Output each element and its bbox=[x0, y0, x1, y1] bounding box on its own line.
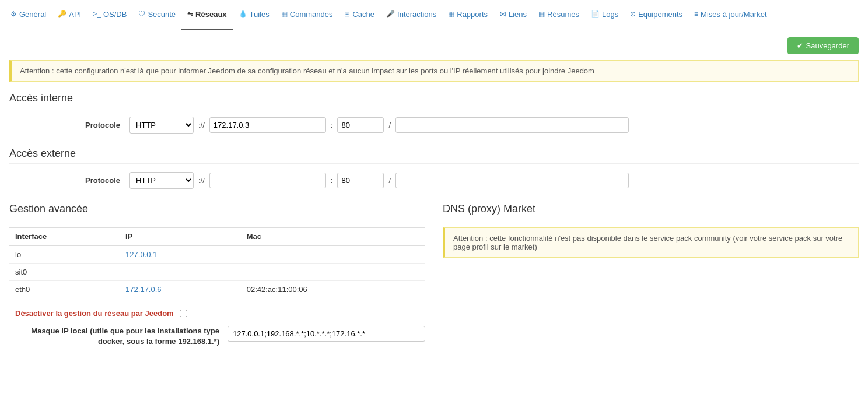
network-table: Interface IP Mac lo 127.0.0.1 sit0 eth0 … bbox=[9, 227, 425, 298]
cell-interface: lo bbox=[9, 245, 120, 264]
protocole-externe-select[interactable]: HTTP HTTPS bbox=[130, 172, 194, 189]
acces-externe-title: Accès externe bbox=[9, 147, 859, 164]
nav-icon-api: 🔑 bbox=[58, 10, 66, 18]
main-alert: Attention : cette configuration n'est là… bbox=[9, 60, 859, 82]
nav-item-resumes[interactable]: ▦Résumés bbox=[533, 0, 585, 30]
cell-ip: 172.17.0.6 bbox=[120, 281, 241, 298]
cell-mac bbox=[241, 264, 425, 281]
acces-interne-title: Accès interne bbox=[9, 92, 859, 108]
acces-externe-section: Accès externe Protocole HTTP HTTPS :// :… bbox=[9, 147, 859, 189]
nav-icon-general: ⚙ bbox=[10, 10, 17, 18]
cell-ip bbox=[120, 264, 241, 281]
nav-icon-reseaux: ⇋ bbox=[187, 10, 193, 18]
nav-item-reseaux[interactable]: ⇋Réseaux bbox=[181, 0, 232, 30]
nav-bar: ⚙Général🔑API>_OS/DB🛡Securité⇋Réseaux💧Tui… bbox=[0, 0, 868, 30]
nav-icon-liens: ⋈ bbox=[499, 10, 506, 18]
dns-title: DNS (proxy) Market bbox=[443, 203, 859, 219]
nav-label-api: API bbox=[69, 10, 81, 19]
nav-icon-commandes: ▦ bbox=[281, 10, 288, 18]
nav-label-resumes: Résumés bbox=[547, 10, 579, 19]
nav-label-osdb: OS/DB bbox=[103, 10, 127, 19]
path-interne-input[interactable] bbox=[396, 117, 629, 133]
nav-icon-cache: ⊟ bbox=[344, 10, 350, 18]
col-ip: IP bbox=[120, 228, 241, 246]
table-row: lo 127.0.0.1 bbox=[9, 245, 425, 264]
slash-externe: / bbox=[387, 176, 392, 185]
cell-interface: sit0 bbox=[9, 264, 120, 281]
protocole-interne-row: Protocole HTTP HTTPS :// : / bbox=[9, 117, 859, 134]
nav-item-interactions[interactable]: 🎤Interactions bbox=[380, 0, 442, 30]
nav-item-equipements[interactable]: ⊙Equipements bbox=[624, 0, 688, 30]
protocole-externe-label: Protocole bbox=[9, 176, 126, 185]
nav-label-rapports: Rapports bbox=[457, 10, 488, 19]
two-col-layout: Gestion avancée Interface IP Mac lo 127.… bbox=[9, 203, 859, 347]
cell-ip: 127.0.0.1 bbox=[120, 245, 241, 264]
nav-icon-equipements: ⊙ bbox=[630, 10, 636, 18]
nav-icon-osdb: >_ bbox=[93, 10, 101, 18]
dns-alert-text: Attention : cette fonctionnalité n'est p… bbox=[453, 234, 842, 251]
ip-mask-input[interactable] bbox=[228, 326, 425, 342]
sep-externe: :// bbox=[197, 176, 206, 185]
ip-mask-row: Masque IP local (utile que pour les inst… bbox=[9, 326, 425, 347]
nav-label-mises-a-jour: Mises à jour/Market bbox=[701, 10, 766, 19]
check-icon: ✔ bbox=[797, 41, 803, 50]
nav-icon-interactions: 🎤 bbox=[386, 10, 395, 18]
nav-item-api[interactable]: 🔑API bbox=[52, 0, 87, 30]
nav-item-general[interactable]: ⚙Général bbox=[5, 0, 52, 30]
port-interne-input[interactable] bbox=[337, 117, 384, 133]
nav-item-rapports[interactable]: ▦Rapports bbox=[442, 0, 494, 30]
disable-network-label: Désactiver la gestion du réseau par Jeed… bbox=[15, 309, 174, 318]
nav-label-logs: Logs bbox=[602, 10, 618, 19]
nav-item-logs[interactable]: 📄Logs bbox=[585, 0, 624, 30]
col-interface: Interface bbox=[9, 228, 120, 246]
cell-mac: 02:42:ac:11:00:06 bbox=[241, 281, 425, 298]
save-button[interactable]: ✔ Sauvegarder bbox=[788, 37, 859, 54]
alert-text: Attention : cette configuration n'est là… bbox=[20, 66, 594, 75]
gestion-col: Gestion avancée Interface IP Mac lo 127.… bbox=[9, 203, 425, 347]
nav-icon-securite: 🛡 bbox=[138, 10, 145, 18]
nav-label-cache: Cache bbox=[352, 10, 374, 19]
nav-label-reseaux: Réseaux bbox=[195, 10, 226, 19]
host-externe-input[interactable] bbox=[209, 173, 326, 188]
acces-interne-section: Accès interne Protocole HTTP HTTPS :// :… bbox=[9, 92, 859, 134]
main-content: ✔ Sauvegarder Attention : cette configur… bbox=[0, 30, 868, 354]
protocole-interne-label: Protocole bbox=[9, 121, 126, 129]
gestion-title: Gestion avancée bbox=[9, 203, 425, 219]
colon-externe: : bbox=[330, 176, 334, 185]
ip-mask-label: Masque IP local (utile que pour les inst… bbox=[9, 326, 219, 347]
protocole-externe-row: Protocole HTTP HTTPS :// : / bbox=[9, 172, 859, 189]
nav-label-general: Général bbox=[19, 10, 46, 19]
nav-label-interactions: Interactions bbox=[397, 10, 436, 19]
nav-item-mises-a-jour[interactable]: ≡Mises à jour/Market bbox=[688, 0, 772, 30]
nav-icon-rapports: ▦ bbox=[448, 10, 454, 18]
dns-col: DNS (proxy) Market Attention : cette fon… bbox=[443, 203, 859, 347]
sep-interne: :// bbox=[197, 121, 206, 129]
nav-item-tuiles[interactable]: 💧Tuiles bbox=[233, 0, 275, 30]
host-interne-input[interactable] bbox=[209, 117, 326, 133]
cell-mac bbox=[241, 245, 425, 264]
nav-label-tuiles: Tuiles bbox=[250, 10, 270, 19]
disable-network-checkbox[interactable] bbox=[180, 310, 187, 317]
path-externe-input[interactable] bbox=[396, 173, 629, 188]
top-bar: ✔ Sauvegarder bbox=[9, 37, 859, 54]
nav-item-osdb[interactable]: >_OS/DB bbox=[87, 0, 132, 30]
nav-item-securite[interactable]: 🛡Securité bbox=[132, 0, 181, 30]
nav-icon-resumes: ▦ bbox=[538, 10, 545, 18]
nav-icon-logs: 📄 bbox=[591, 10, 600, 18]
table-row: eth0 172.17.0.6 02:42:ac:11:00:06 bbox=[9, 281, 425, 298]
slash-interne: / bbox=[387, 121, 392, 129]
disable-network-row: Désactiver la gestion du réseau par Jeed… bbox=[9, 309, 425, 318]
nav-item-liens[interactable]: ⋈Liens bbox=[494, 0, 533, 30]
save-label: Sauvegarder bbox=[806, 41, 849, 50]
colon-interne: : bbox=[330, 121, 334, 129]
protocole-interne-select[interactable]: HTTP HTTPS bbox=[130, 117, 194, 134]
nav-icon-tuiles: 💧 bbox=[239, 10, 247, 18]
nav-item-cache[interactable]: ⊟Cache bbox=[338, 0, 380, 30]
nav-item-commandes[interactable]: ▦Commandes bbox=[275, 0, 339, 30]
cell-interface: eth0 bbox=[9, 281, 120, 298]
nav-label-commandes: Commandes bbox=[290, 10, 333, 19]
nav-icon-mises-a-jour: ≡ bbox=[694, 10, 698, 18]
port-externe-input[interactable] bbox=[337, 173, 384, 188]
table-row: sit0 bbox=[9, 264, 425, 281]
nav-label-equipements: Equipements bbox=[638, 10, 682, 19]
